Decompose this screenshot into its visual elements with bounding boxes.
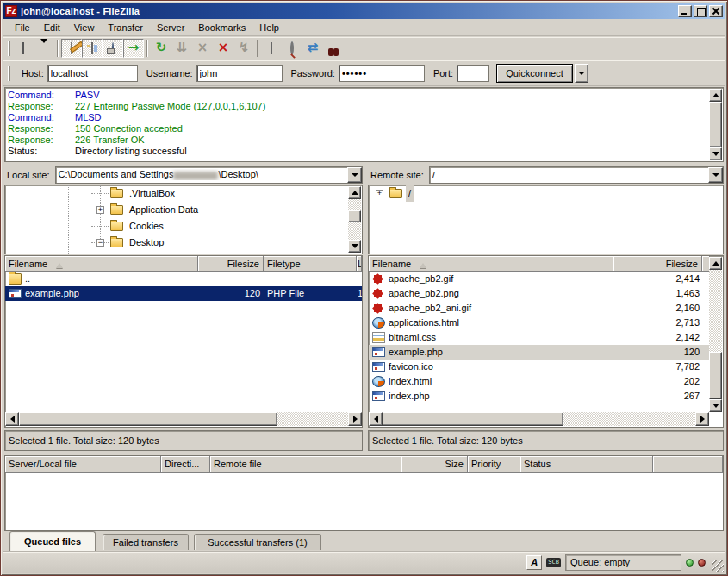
username-label: Username:: [146, 68, 193, 78]
encryption-indicator-icon[interactable]: SCB: [546, 558, 561, 567]
apache_pb2.gif[interactable]: apache_pb2.gif2,414: [369, 272, 710, 286]
toggle-queue-button[interactable]: →: [123, 39, 144, 58]
index.php[interactable]: index.php267: [369, 389, 710, 404]
column-header-direction[interactable]: Directi...: [161, 456, 210, 473]
menu-item[interactable]: Edit: [38, 21, 66, 34]
port-input[interactable]: [457, 65, 489, 82]
scroll-right-icon[interactable]: [695, 412, 709, 426]
menu-item[interactable]: Bookmarks: [192, 21, 252, 34]
host-input[interactable]: [47, 65, 138, 82]
refresh-button[interactable]: ↻: [151, 39, 171, 58]
remote-list-vscrollbar[interactable]: [709, 257, 722, 412]
minimize-button[interactable]: [678, 5, 692, 17]
toggle-local-tree-button[interactable]: [82, 39, 103, 58]
column-header-filesize[interactable]: Filesize: [198, 256, 264, 272]
index.html[interactable]: index.html202: [369, 374, 710, 389]
local-tree-scrollbar[interactable]: [348, 186, 361, 253]
reconnect-button[interactable]: ↯: [233, 39, 254, 58]
column-header-filename[interactable]: Filename: [5, 256, 198, 272]
vscroll-thumb[interactable]: [709, 352, 722, 399]
password-input[interactable]: [339, 65, 425, 82]
folder-icon: [389, 189, 402, 198]
scroll-up-icon[interactable]: [709, 89, 722, 102]
menu-item[interactable]: Help: [253, 21, 285, 34]
site-manager-dropdown-button[interactable]: [34, 39, 54, 58]
quickconnect-dropdown-button[interactable]: [575, 64, 588, 83]
toggle-message-log-button[interactable]: [61, 39, 82, 58]
menu-item[interactable]: View: [68, 21, 101, 34]
username-input[interactable]: [196, 65, 283, 82]
tab-failed-transfers[interactable]: Failed transfers: [103, 534, 189, 550]
close-button[interactable]: [709, 5, 723, 17]
scroll-left-icon[interactable]: [369, 412, 383, 426]
menu-item[interactable]: Transfer: [102, 21, 149, 34]
tree-item[interactable]: Cookies: [5, 218, 362, 235]
tree-expander-icon[interactable]: [376, 190, 383, 197]
tab-queued-files[interactable]: Queued files: [9, 531, 96, 551]
column-header-size[interactable]: Size: [401, 456, 468, 473]
scroll-down-icon[interactable]: [709, 399, 722, 412]
bitnami.css[interactable]: bitnami.css2,142: [369, 330, 710, 345]
local-path: C:\Documents and Settings\Desktop\: [56, 169, 347, 179]
tree-item[interactable]: /: [369, 185, 723, 202]
find-files-button[interactable]: [323, 39, 344, 58]
combo-dropdown-icon[interactable]: [708, 167, 723, 183]
example.php[interactable]: example.php120: [369, 345, 710, 360]
remote-list-hscrollbar[interactable]: [369, 412, 709, 426]
log-scrollbar[interactable]: [709, 89, 722, 160]
cancel-operation-button[interactable]: ×: [192, 39, 213, 58]
toolbar-grip[interactable]: [8, 41, 10, 56]
synchronized-browsing-button[interactable]: ⇄: [302, 39, 323, 58]
file-icon: [372, 362, 385, 372]
tree-expander-icon[interactable]: [96, 239, 104, 247]
applications.html[interactable]: applications.html2,713: [369, 316, 710, 330]
..[interactable]: ..: [5, 272, 362, 286]
tree-expander-icon[interactable]: [96, 206, 104, 214]
column-header-filename[interactable]: Filename: [369, 256, 613, 272]
column-header-lastmodified[interactable]: L: [357, 256, 362, 272]
tab-successful-transfers[interactable]: Successful transfers (1): [194, 534, 321, 550]
scroll-down-icon[interactable]: [709, 147, 722, 160]
apache_pb2_ani.gif[interactable]: apache_pb2_ani.gif2,160: [369, 301, 710, 316]
column-header-filesize[interactable]: Filesize: [613, 256, 702, 272]
directory-comparison-button[interactable]: [282, 39, 302, 58]
apache_pb2.png[interactable]: apache_pb2.png1,463: [369, 286, 710, 301]
hscroll-thumb[interactable]: [383, 412, 563, 426]
column-header-filetype[interactable]: Filetype: [264, 256, 357, 272]
local-site-combo[interactable]: C:\Documents and Settings\Desktop\: [55, 166, 363, 184]
column-header-status[interactable]: Status: [520, 456, 653, 473]
tree-item[interactable]: Application Data: [5, 202, 362, 218]
combo-dropdown-icon[interactable]: [347, 167, 362, 183]
quickconnect-button[interactable]: Quickconnect: [496, 64, 573, 83]
scroll-left-icon[interactable]: [5, 412, 19, 426]
quickconnect-bar: Host: Username: Password: Port: Quickcon…: [3, 60, 725, 86]
resize-grip[interactable]: [712, 560, 724, 572]
toggle-remote-tree-button[interactable]: [103, 39, 123, 58]
menu-item[interactable]: Server: [151, 21, 190, 34]
column-header-priority[interactable]: Priority: [468, 456, 520, 473]
scroll-down-icon[interactable]: [348, 240, 361, 253]
tree-item[interactable]: .VirtualBox: [5, 185, 362, 202]
hscroll-thumb[interactable]: [19, 412, 277, 426]
remote-list-body: apache_pb2.gif2,414 apache_pb2.png1,463 …: [369, 272, 710, 413]
filter-button[interactable]: [261, 39, 282, 58]
local-list-hscrollbar[interactable]: [5, 412, 362, 426]
remote-site-combo[interactable]: /: [429, 166, 724, 184]
scroll-up-icon[interactable]: [348, 186, 361, 199]
disconnect-button[interactable]: ×: [213, 39, 233, 58]
tree-item[interactable]: Desktop: [5, 235, 362, 251]
open-site-manager-button[interactable]: [13, 39, 34, 58]
transfer-type-indicator[interactable]: A: [526, 555, 542, 570]
example.php[interactable]: example.php120PHP File1: [5, 286, 362, 301]
maximize-button[interactable]: [694, 5, 707, 17]
favicon.ico[interactable]: favicon.ico7,782: [369, 360, 710, 374]
menu-item[interactable]: File: [9, 21, 36, 34]
column-header-server-local-file[interactable]: Server/Local file: [5, 456, 161, 473]
log-scroll-thumb[interactable]: [709, 102, 722, 147]
scroll-up-icon[interactable]: [709, 257, 722, 270]
tree-scroll-thumb[interactable]: [348, 210, 361, 222]
column-header-remote-file[interactable]: Remote file: [210, 456, 401, 473]
quickconnect-grip[interactable]: [8, 66, 10, 81]
process-queue-button[interactable]: ⇊: [171, 39, 192, 58]
scroll-right-icon[interactable]: [348, 412, 362, 426]
